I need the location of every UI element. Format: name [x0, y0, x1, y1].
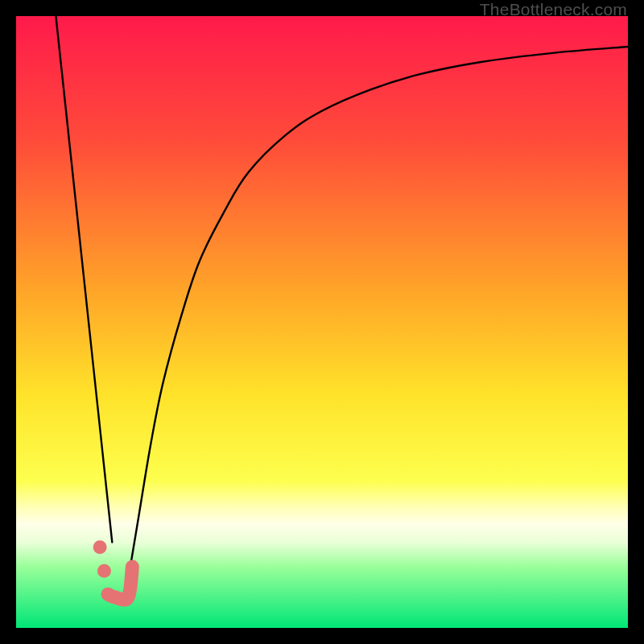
chart-svg	[16, 16, 628, 628]
plot-area	[16, 16, 628, 628]
gradient-background	[16, 16, 628, 628]
watermark-text: TheBottleneck.com	[480, 0, 627, 19]
outer-frame: TheBottleneck.com	[0, 0, 644, 644]
marker-dot-0	[93, 540, 107, 554]
marker-dot-1	[97, 564, 111, 578]
